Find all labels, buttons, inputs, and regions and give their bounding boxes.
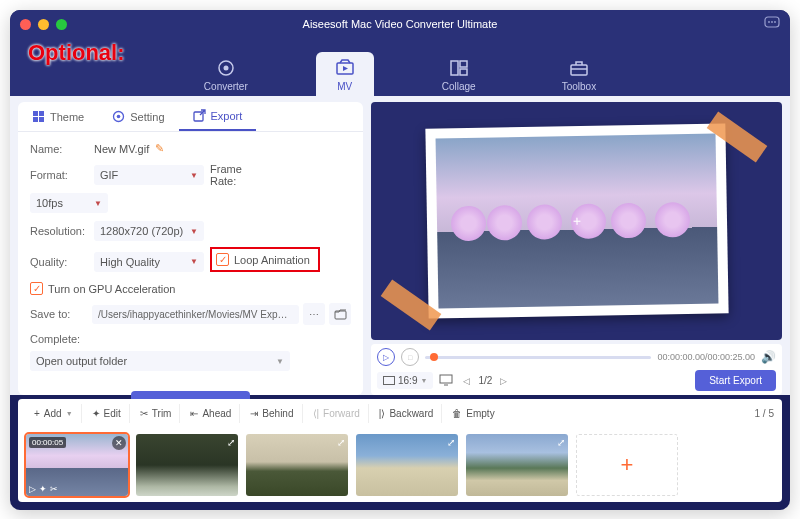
thumb-duration: 00:00:05 [29, 437, 66, 448]
quality-label: Quality: [30, 256, 88, 268]
play-icon[interactable]: ▷ [29, 484, 36, 494]
loop-animation-checkbox[interactable]: ✓ [216, 253, 229, 266]
export-icon [193, 109, 206, 122]
backward-button[interactable]: |⟩Backward [371, 404, 443, 423]
scissors-icon[interactable]: ✂ [50, 484, 58, 494]
quality-select[interactable]: High Quality▼ [94, 252, 204, 272]
select-value: 1280x720 (720p) [100, 225, 183, 237]
right-panel: + ▷ □ 00:00:00.00/00:00:25.00 🔊 16:9 [371, 102, 782, 395]
nav-collage[interactable]: Collage [424, 52, 494, 96]
volume-icon[interactable]: 🔊 [761, 350, 776, 364]
gpu-label: Turn on GPU Acceleration [48, 283, 175, 295]
name-value: New MV.gif [94, 143, 149, 155]
forward-icon: ⟨| [313, 408, 320, 419]
svg-rect-11 [571, 65, 587, 75]
behind-button[interactable]: ⇥Behind [242, 404, 302, 423]
clip-thumb-5[interactable]: ⤢ [466, 434, 568, 496]
timeline-slider[interactable] [425, 356, 651, 359]
backward-icon: |⟩ [379, 408, 386, 419]
close-window-button[interactable] [20, 19, 31, 30]
complete-select[interactable]: Open output folder▼ [30, 351, 290, 371]
monitor-icon[interactable] [439, 374, 453, 388]
thumbnail-strip: 00:00:05 ✕ ▷✦✂ ⤢ ⤢ ⤢ ⤢ + [18, 428, 782, 502]
edit-button[interactable]: ✦Edit [84, 404, 130, 423]
saveto-label: Save to: [30, 308, 88, 320]
format-select[interactable]: GIF▼ [94, 165, 204, 185]
trim-button[interactable]: ✂Trim [132, 404, 181, 423]
gpu-checkbox[interactable]: ✓ [30, 282, 43, 295]
mv-icon [334, 58, 356, 78]
thumb-remove-button[interactable]: ✕ [112, 436, 126, 450]
expand-icon[interactable]: ⤢ [227, 437, 235, 448]
export-form: Name: New MV.gif ✎ Format: GIF▼ Frame Ra… [18, 132, 363, 439]
btn-label: Forward [323, 408, 360, 419]
star-icon[interactable]: ✦ [39, 484, 47, 494]
start-export-button-secondary[interactable]: Start Export [695, 370, 776, 391]
tab-label: Export [211, 110, 243, 122]
thumb-image [136, 434, 238, 496]
resolution-label: Resolution: [30, 225, 88, 237]
svg-point-1 [768, 21, 770, 23]
edit-name-icon[interactable]: ✎ [155, 142, 164, 155]
chevron-down-icon: ▼ [66, 410, 73, 417]
tab-theme[interactable]: Theme [18, 102, 98, 131]
expand-icon[interactable]: ⤢ [447, 437, 455, 448]
minimize-window-button[interactable] [38, 19, 49, 30]
timeline-thumb[interactable] [430, 353, 438, 361]
collage-icon [448, 58, 470, 78]
add-clip-button[interactable]: + [576, 434, 678, 496]
svg-rect-13 [33, 111, 38, 116]
clip-toolbar: +Add▼ ✦Edit ✂Trim ⇤Ahead ⇥Behind ⟨|Forwa… [18, 399, 782, 428]
crosshair-icon: + [572, 213, 580, 229]
feedback-icon[interactable] [764, 16, 780, 33]
ahead-button[interactable]: ⇤Ahead [182, 404, 240, 423]
stop-button[interactable]: □ [401, 348, 419, 366]
svg-rect-22 [440, 375, 452, 383]
video-preview[interactable]: + [371, 102, 782, 340]
chevron-down-icon: ▼ [190, 171, 198, 180]
tab-label: Setting [130, 111, 164, 123]
clip-thumb-4[interactable]: ⤢ [356, 434, 458, 496]
nav-mv[interactable]: MV [316, 52, 374, 96]
play-button[interactable]: ▷ [377, 348, 395, 366]
chevron-down-icon: ▼ [276, 357, 284, 366]
prev-page-button[interactable]: ◁ [459, 374, 474, 388]
nav-label: MV [337, 81, 352, 92]
svg-point-3 [774, 21, 776, 23]
empty-button[interactable]: 🗑Empty [444, 404, 502, 423]
clip-thumb-2[interactable]: ⤢ [136, 434, 238, 496]
ahead-icon: ⇤ [190, 408, 198, 419]
select-value: GIF [100, 169, 118, 181]
tab-export[interactable]: Export [179, 102, 257, 131]
saveto-open-folder-button[interactable] [329, 303, 351, 325]
aspect-ratio-button[interactable]: 16:9 ▼ [377, 372, 433, 389]
expand-icon[interactable]: ⤢ [557, 437, 565, 448]
plus-icon: + [621, 452, 634, 478]
next-page-button[interactable]: ▷ [496, 374, 511, 388]
maximize-window-button[interactable] [56, 19, 67, 30]
tab-label: Theme [50, 111, 84, 123]
nav-converter[interactable]: Converter [186, 52, 266, 96]
btn-label: Edit [104, 408, 121, 419]
toolbox-icon [568, 58, 590, 78]
loop-animation-highlight: ✓ Loop Animation [210, 247, 320, 272]
expand-icon[interactable]: ⤢ [337, 437, 345, 448]
svg-point-2 [771, 21, 773, 23]
trash-icon: 🗑 [452, 408, 462, 419]
nav-toolbox[interactable]: Toolbox [544, 52, 614, 96]
framerate-select[interactable]: 10fps▼ [30, 193, 108, 213]
svg-point-18 [117, 115, 121, 119]
clip-thumb-3[interactable]: ⤢ [246, 434, 348, 496]
saveto-more-button[interactable]: ⋯ [303, 303, 325, 325]
thumb-overlay-icons: ▷✦✂ [29, 484, 58, 494]
tab-setting[interactable]: Setting [98, 102, 178, 131]
svg-rect-14 [39, 111, 44, 116]
theme-icon [32, 110, 45, 123]
gear-icon [112, 110, 125, 123]
clip-thumb-1[interactable]: 00:00:05 ✕ ▷✦✂ [26, 434, 128, 496]
format-label: Format: [30, 169, 88, 181]
scissors-icon: ✂ [140, 408, 148, 419]
svg-rect-9 [460, 61, 467, 67]
resolution-select[interactable]: 1280x720 (720p)▼ [94, 221, 204, 241]
add-button[interactable]: +Add▼ [26, 404, 82, 423]
